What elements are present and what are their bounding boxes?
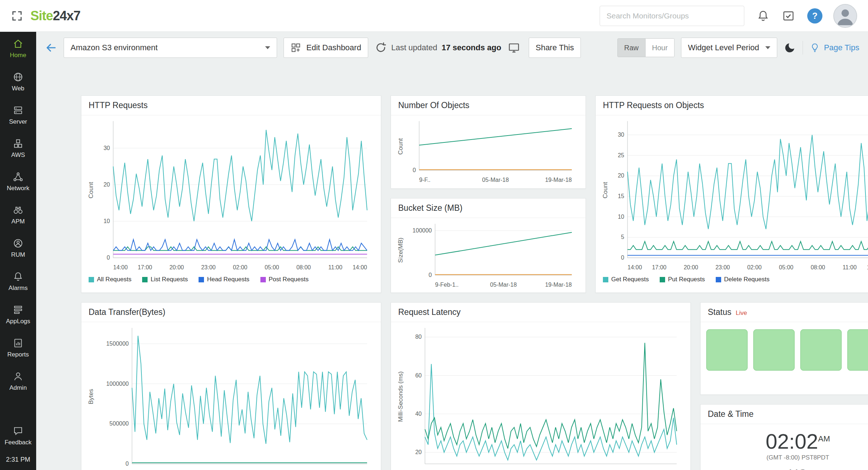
reports-icon <box>13 338 24 349</box>
legend-item[interactable]: List Requests <box>142 276 188 283</box>
legend-item[interactable]: Delete Requests <box>716 276 770 283</box>
back-arrow-icon[interactable] <box>45 42 57 54</box>
svg-text:25: 25 <box>618 152 624 158</box>
status-box[interactable] <box>800 329 842 371</box>
date-time-body: 02:02AM (GMT -8:00) PST8PDT US 23 Mar 20… <box>701 424 868 470</box>
svg-text:14:00: 14:00 <box>113 264 128 270</box>
hour-toggle[interactable]: Hour <box>646 39 674 57</box>
card-title: Date & Time <box>701 405 868 424</box>
site24x7-logo[interactable]: Site24x7 <box>30 8 80 24</box>
sidebar-item-apm[interactable]: APM <box>0 198 36 231</box>
status-box[interactable] <box>706 329 748 371</box>
bucket-size-card: Bucket Size (MB) 01000009-Feb-1..05-Mar-… <box>391 198 586 293</box>
svg-text:05-Mar-18: 05-Mar-18 <box>490 282 517 288</box>
expand-icon[interactable] <box>11 10 23 22</box>
svg-text:20:00: 20:00 <box>684 264 698 270</box>
svg-text:40: 40 <box>415 411 422 417</box>
clock-timezone: (GMT -8:00) PST8PDT <box>701 454 868 461</box>
svg-text:0: 0 <box>125 461 129 467</box>
legend-item[interactable]: Post Requests <box>260 276 309 283</box>
user-avatar[interactable] <box>833 4 857 28</box>
svg-text:0: 0 <box>429 272 432 278</box>
widget-level-period-select[interactable]: Widget Level Period <box>681 38 777 58</box>
svg-text:02:00: 02:00 <box>233 264 247 270</box>
sidebar-item-applogs[interactable]: AppLogs <box>0 298 36 331</box>
dashboard-select[interactable]: Amazon S3 environment <box>64 38 277 58</box>
status-box[interactable] <box>847 329 868 371</box>
sidebar-item-rum[interactable]: RUM <box>0 231 36 265</box>
svg-text:19-Mar-18: 19-Mar-18 <box>545 177 572 183</box>
sidebar-item-admin[interactable]: Admin <box>0 364 36 398</box>
sidebar-item-feedback[interactable]: Feedback <box>0 419 36 452</box>
http-requests-on-objects-card: HTTP Requests on Objects 05101520253014:… <box>595 95 868 293</box>
legend-item[interactable]: Head Requests <box>199 276 249 283</box>
sidebar-item-reports[interactable]: Reports <box>0 331 36 364</box>
svg-text:02:00: 02:00 <box>747 264 762 270</box>
svg-text:30: 30 <box>618 132 624 138</box>
svg-text:100000: 100000 <box>413 227 432 234</box>
number-of-objects-chart[interactable]: 09-F..05-Mar-1819-Mar-18Count <box>395 117 580 185</box>
svg-text:15: 15 <box>618 193 624 199</box>
svg-text:20:00: 20:00 <box>169 264 184 270</box>
data-transfer-chart[interactable]: 05000001000000150000014:0018:0022:0002:0… <box>86 324 375 470</box>
web-icon <box>13 72 24 82</box>
updates-icon[interactable] <box>782 9 795 22</box>
svg-text:08:00: 08:00 <box>810 264 825 270</box>
svg-text:14:00: 14:00 <box>353 264 367 270</box>
share-this-button[interactable]: Share This <box>529 38 581 58</box>
svg-text:Bytes: Bytes <box>88 389 94 405</box>
svg-text:10: 10 <box>103 218 110 224</box>
legend-item[interactable]: Put Requests <box>660 276 705 283</box>
legend-item[interactable]: All Requests <box>89 276 131 283</box>
live-badge: Live <box>736 309 747 317</box>
home-icon <box>13 38 24 49</box>
help-icon[interactable]: ? <box>807 8 822 24</box>
sidebar-item-alarms[interactable]: Alarms <box>0 265 36 298</box>
legend-item[interactable]: Get Requests <box>603 276 649 283</box>
bucket-size-chart[interactable]: 01000009-Feb-1..05-Mar-1819-Mar-18Size(M… <box>395 219 580 290</box>
svg-text:20: 20 <box>618 172 624 179</box>
sidebar-item-network[interactable]: Network <box>0 165 36 198</box>
chevron-down-icon <box>765 46 770 49</box>
refresh-icon[interactable] <box>375 42 387 54</box>
dark-mode-moon-icon[interactable] <box>784 42 796 54</box>
edit-dashboard-button[interactable]: Edit Dashboard <box>284 38 368 58</box>
sidebar-item-aws[interactable]: AWS <box>0 132 36 165</box>
sidebar-item-server[interactable]: Server <box>0 98 36 132</box>
dashboard-select-value: Amazon S3 environment <box>71 43 158 52</box>
svg-text:17:00: 17:00 <box>138 264 152 270</box>
main-area: Amazon S3 environment Edit Dashboard Las… <box>36 32 868 470</box>
svg-text:500000: 500000 <box>110 420 129 427</box>
svg-text:08:00: 08:00 <box>296 264 311 270</box>
svg-text:Count: Count <box>397 138 404 155</box>
svg-text:80: 80 <box>415 334 422 340</box>
apm-icon <box>13 205 24 215</box>
topbar: Site24x7 ? <box>0 0 868 32</box>
svg-text:Size(MB): Size(MB) <box>397 238 404 263</box>
request-latency-chart[interactable]: 2040608014:0017:0020:0023:0002:0005:0008… <box>395 324 685 470</box>
last-updated-value: 17 seconds ago <box>442 43 501 52</box>
search-input[interactable] <box>600 6 744 26</box>
svg-text:19-Mar-18: 19-Mar-18 <box>545 282 572 288</box>
card-title: Bucket Size (MB) <box>391 198 586 218</box>
date-time-card: Date & Time 02:02AM (GMT -8:00) PST8PDT … <box>700 404 868 470</box>
status-boxes <box>701 322 868 378</box>
number-of-objects-card: Number Of Objects 09-F..05-Mar-1819-Mar-… <box>391 95 586 189</box>
bulb-icon <box>809 42 820 53</box>
http-requests-chart[interactable]: 010203014:0017:0020:0023:0002:0005:0008:… <box>86 117 375 273</box>
page-tips-button[interactable]: Page Tips <box>809 42 859 53</box>
display-icon[interactable] <box>508 42 520 54</box>
svg-text:05:00: 05:00 <box>265 264 279 270</box>
clock-time: 02:02AM <box>701 429 868 453</box>
card-title: Data Transfer(Bytes) <box>81 303 381 322</box>
sidebar-clock: 2:31 PM <box>0 452 36 470</box>
sidebar-item-web[interactable]: Web <box>0 65 36 98</box>
card-title: Status Live <box>701 303 868 322</box>
http-requests-on-objects-chart[interactable]: 05101520253014:0017:0020:0023:0002:0005:… <box>600 117 868 273</box>
notifications-bell-icon[interactable] <box>757 9 770 22</box>
status-box[interactable] <box>753 329 795 371</box>
sidebar-item-home[interactable]: Home <box>0 32 36 65</box>
raw-toggle[interactable]: Raw <box>618 39 646 57</box>
clock-region: US <box>701 467 868 470</box>
svg-text:0: 0 <box>413 167 416 173</box>
